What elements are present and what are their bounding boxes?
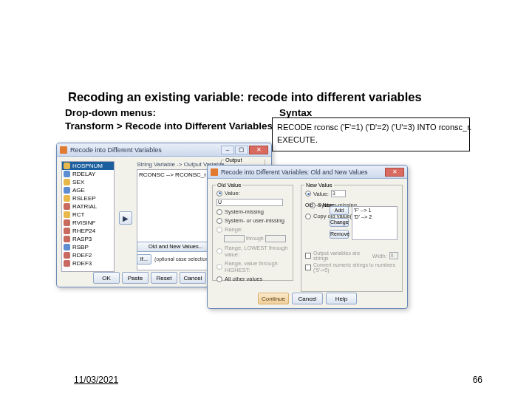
variable-row[interactable]: RDEF3	[62, 259, 114, 267]
move-right-button[interactable]: ▶	[119, 211, 132, 225]
footer-page-number: 66	[473, 375, 482, 385]
close-button[interactable]: ✕	[385, 168, 404, 177]
variable-type-icon	[64, 219, 70, 226]
breadcrumb: Transform > Recode into Different Variab…	[65, 120, 273, 132]
old-sysmissing-radio[interactable]	[216, 209, 222, 215]
old-value-radio[interactable]	[216, 191, 222, 197]
variable-name: RATRIAL	[72, 203, 97, 210]
all-other-radio[interactable]	[216, 276, 222, 282]
old-value-label: Value:	[225, 190, 240, 197]
variable-type-icon	[64, 203, 70, 210]
old-group-label: Old Value	[216, 182, 242, 188]
convert-numeric-checkbox[interactable]	[305, 265, 311, 270]
convert-numeric-label: Convert numeric strings to numbers ('5'-…	[313, 262, 398, 273]
add-button[interactable]: Add	[330, 206, 349, 215]
variable-type-icon	[64, 252, 70, 259]
width-label: Width:	[372, 253, 387, 259]
variable-name: RASP3	[72, 236, 92, 242]
syntax-line-2: EXECUTE.	[277, 134, 465, 146]
variable-row[interactable]: HOSPNUM	[62, 162, 114, 170]
output-strings-checkbox[interactable]	[305, 253, 311, 259]
variable-type-icon	[64, 260, 70, 267]
new-group-label: New Value	[304, 182, 334, 188]
old-value-input[interactable]: U	[216, 199, 283, 206]
variable-type-icon	[64, 228, 70, 234]
close-button[interactable]: ✕	[249, 146, 268, 154]
variable-row[interactable]: SEX	[62, 178, 114, 186]
variable-type-icon	[64, 211, 70, 218]
variable-row[interactable]: RSBP	[62, 243, 114, 251]
variable-type-icon	[64, 171, 70, 177]
sysusermissing-label: System- or user-missing	[225, 217, 284, 224]
range-lowest-radio[interactable]	[216, 248, 222, 254]
cancel-button[interactable]: Cancel	[180, 272, 206, 284]
old-range-radio[interactable]	[216, 227, 222, 233]
mappings-list[interactable]: 'F' --> 1'D' --> 2	[352, 206, 398, 240]
variable-row[interactable]: RSLEEP	[62, 194, 114, 202]
remove-button[interactable]: Remove	[330, 230, 349, 239]
help-button[interactable]: Help	[326, 293, 357, 304]
variable-row[interactable]: RDEF2	[62, 251, 114, 259]
old-sysusermissing-radio[interactable]	[216, 218, 222, 224]
variable-list[interactable]: HOSPNUMRDELAYSEXAGERSLEEPRATRIALRCTRVISI…	[61, 161, 115, 272]
variable-name: RHEP24	[72, 228, 95, 234]
variable-row[interactable]: RHEP24	[62, 227, 114, 235]
new-value-group: New Value Value: 3 System-missing Copy o…	[301, 185, 403, 292]
variable-type-icon	[64, 187, 70, 194]
dialog-title: Recode into Different Variables: Old and…	[221, 168, 367, 176]
variable-row[interactable]: RASP3	[62, 235, 114, 243]
variable-name: HOSPNUM	[72, 163, 103, 169]
dropdown-menus-label: Drop-down menus:	[65, 107, 156, 118]
footer-date: 11/03/2021	[74, 375, 118, 385]
new-value-input[interactable]: 3	[331, 190, 346, 197]
reset-button[interactable]: Reset	[151, 272, 177, 284]
variable-row[interactable]: RDELAY	[62, 170, 114, 178]
variable-name: SEX	[72, 179, 84, 185]
new-value-radio[interactable]	[305, 191, 311, 197]
variable-name: AGE	[72, 187, 85, 194]
continue-button[interactable]: Continue	[258, 293, 289, 304]
mapping-item[interactable]: 'F' --> 1	[354, 208, 395, 214]
syntax-line-1: RECODE rconsc ('F'=1) ('D'=2) ('U'=3) IN…	[277, 121, 465, 134]
mapping-item[interactable]: 'D' --> 2	[354, 214, 395, 221]
variable-row[interactable]: RATRIAL	[62, 202, 114, 211]
width-input: 8	[389, 252, 398, 259]
sysmissing-label: System-missing	[225, 208, 264, 215]
variable-name: RSLEEP	[72, 195, 96, 202]
cancel-button[interactable]: Cancel	[292, 293, 323, 304]
variable-name: RDEF3	[72, 260, 92, 267]
variable-row[interactable]: AGE	[62, 186, 114, 194]
variable-type-icon	[64, 244, 70, 250]
copy-old-radio[interactable]	[305, 214, 311, 219]
old-value-group: Old Value Value: U System-missing System…	[212, 185, 293, 281]
variable-row[interactable]: RVISINF	[62, 219, 114, 227]
change-mapping-button[interactable]: Change	[330, 218, 349, 227]
syntax-box: RECODE rconsc ('F'=1) ('D'=2) ('U'=3) IN…	[272, 117, 470, 151]
old-new-values-dialog: Recode into Different Variables: Old and…	[207, 165, 408, 309]
if-button[interactable]: If...	[137, 254, 151, 265]
variable-type-icon	[64, 195, 70, 202]
range-highest-radio[interactable]	[216, 264, 222, 270]
variable-type-icon	[64, 179, 70, 185]
variable-type-icon	[64, 236, 70, 242]
syntax-label: Syntax	[279, 107, 312, 118]
ok-button[interactable]: OK	[93, 272, 120, 284]
variable-row[interactable]: RCT	[62, 211, 114, 219]
page-title: Recoding an existing variable: recode in…	[68, 90, 422, 104]
all-other-label: All other values	[225, 276, 262, 282]
variable-name: RDELAY	[72, 171, 95, 177]
range-from-input	[224, 235, 245, 242]
range-label: Range:	[225, 226, 242, 233]
range-to-input	[265, 235, 286, 242]
maximize-button[interactable]: ▢	[235, 146, 248, 154]
range-highest-label: Range, value through HIGHEST:	[225, 260, 289, 273]
app-icon	[60, 146, 67, 154]
paste-button[interactable]: Paste	[122, 272, 149, 284]
app-icon	[211, 168, 218, 176]
old-and-new-values-button[interactable]: Old and New Values...	[137, 242, 215, 252]
output-strings-label: Output variables are strings	[313, 250, 366, 261]
minimize-button[interactable]: –	[221, 146, 234, 154]
variable-name: RDEF2	[72, 252, 92, 259]
through-label: through	[246, 236, 264, 241]
dialog-title: Recode into Different Variables	[70, 146, 162, 154]
